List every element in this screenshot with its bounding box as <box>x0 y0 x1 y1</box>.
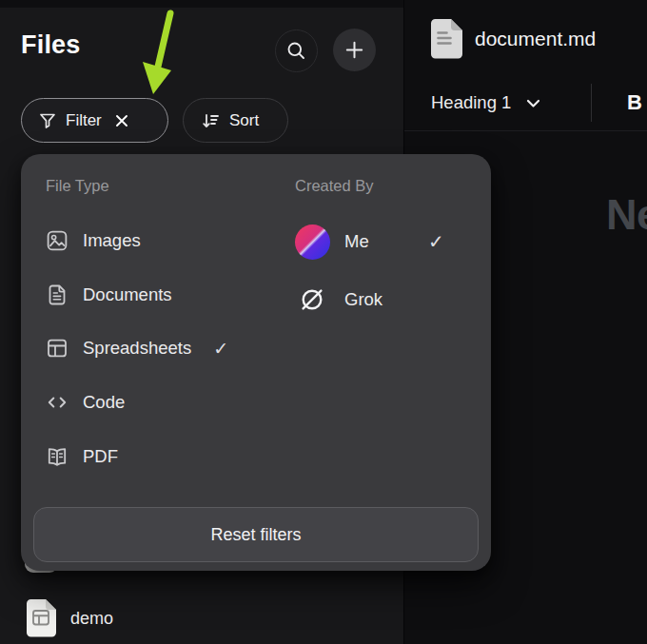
top-strip <box>0 0 403 8</box>
filter-option-label: Me <box>344 231 369 252</box>
editor-placeholder-text: Ne <box>606 190 647 240</box>
clear-filter-icon[interactable] <box>115 114 128 127</box>
filter-option-code[interactable]: Code <box>46 383 125 421</box>
created-by-header: Created By <box>295 177 374 195</box>
filter-option-label: Grok <box>344 289 382 310</box>
app-root: Files Filter <box>0 0 647 644</box>
filter-option-label: Documents <box>83 284 172 305</box>
filter-button[interactable]: Filter <box>21 98 168 143</box>
document-header: document.md <box>404 0 647 76</box>
heading-style-selector[interactable]: Heading 1 <box>431 80 542 126</box>
filter-option-pdf[interactable]: PDF <box>46 438 118 476</box>
filter-option-me[interactable]: Me <box>295 223 369 261</box>
reset-filters-button[interactable]: Reset filters <box>33 507 479 562</box>
document-icon <box>46 283 69 306</box>
sort-descending-icon <box>201 111 220 130</box>
editor-toolbar: Heading 1 B <box>404 80 647 130</box>
me-avatar <box>295 224 330 260</box>
code-icon <box>46 391 69 414</box>
bold-button[interactable]: B <box>616 84 647 122</box>
page-title: Files <box>21 30 81 60</box>
book-icon <box>46 445 69 468</box>
search-icon <box>286 41 306 61</box>
filter-option-label: Spreadsheets <box>83 338 191 359</box>
markdown-file-icon <box>429 18 463 59</box>
plus-icon <box>344 40 364 60</box>
filter-option-spreadsheets[interactable]: Spreadsheets ✓ <box>46 329 228 367</box>
spreadsheet-file-icon <box>25 598 57 637</box>
sort-button[interactable]: Sort <box>183 98 288 143</box>
chevron-down-icon <box>524 94 542 112</box>
spreadsheet-icon <box>46 337 69 360</box>
check-icon: ✓ <box>428 232 444 251</box>
filter-option-label: Images <box>83 230 141 251</box>
add-file-button[interactable] <box>333 29 376 71</box>
toolbar-rule <box>404 130 647 131</box>
filter-popover: File Type Created By Images Docu <box>21 154 491 571</box>
heading-selector-value: Heading 1 <box>431 92 511 113</box>
file-row-demo[interactable]: demo <box>0 595 403 641</box>
filter-button-label: Filter <box>66 112 102 128</box>
filter-option-grok[interactable]: Grok <box>295 281 382 319</box>
filter-option-label: Code <box>83 392 125 413</box>
grok-logo-icon <box>295 286 330 313</box>
file-name-label: demo <box>70 609 113 629</box>
toolbar-divider <box>591 84 592 122</box>
filter-option-documents[interactable]: Documents <box>46 276 172 314</box>
file-type-header: File Type <box>46 177 109 195</box>
check-icon: ✓ <box>213 340 228 358</box>
filter-option-label: PDF <box>83 446 118 467</box>
filter-funnel-icon <box>39 112 56 129</box>
search-button[interactable] <box>275 29 318 72</box>
image-icon <box>46 229 69 252</box>
sort-button-label: Sort <box>229 112 259 128</box>
filter-option-images[interactable]: Images <box>46 222 141 260</box>
document-title: document.md <box>475 28 596 50</box>
